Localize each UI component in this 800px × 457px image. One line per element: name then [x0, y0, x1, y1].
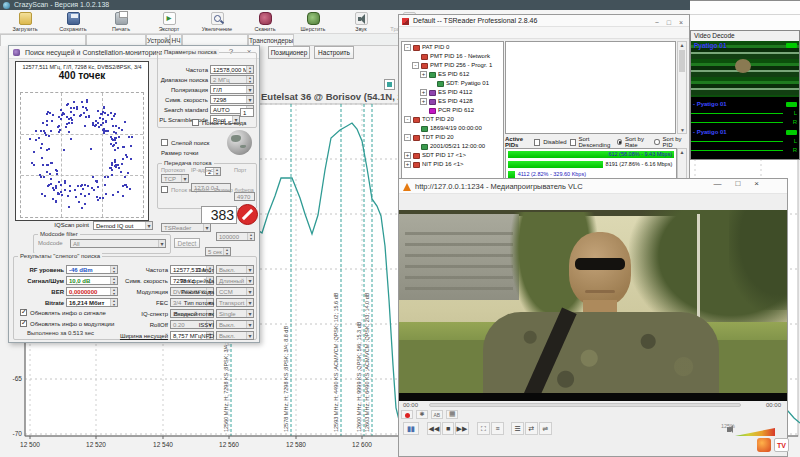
scroll-down-icon[interactable]: ▼ — [680, 127, 685, 133]
tree-expander-icon[interactable]: - — [404, 44, 411, 51]
checkbox-icon[interactable] — [161, 186, 168, 193]
pls-search-checkbox[interactable]: Поиск PLS-кода — [192, 119, 246, 126]
vlc-video-frame[interactable] — [399, 210, 787, 393]
tree-item[interactable]: - PMT PID 256 - Progr. 1 — [402, 61, 503, 70]
snapshot-button[interactable] — [416, 410, 428, 419]
checkbox-icon[interactable] — [192, 119, 199, 126]
stop-button[interactable]: ■ — [442, 422, 454, 435]
checkbox-icon[interactable] — [20, 309, 27, 316]
tree-expander-icon[interactable]: - — [404, 134, 411, 141]
result-field[interactable]: 0,0000000 — [66, 287, 118, 296]
maximize-button[interactable]: □ — [735, 179, 740, 188]
loop-button[interactable]: ⇄ — [525, 422, 538, 435]
pid-bar-row[interactable]: 8191 (27.86% - 6.16 Mbps) — [508, 161, 674, 169]
shuffle-button[interactable]: ⇌ — [539, 422, 552, 435]
protocol-select[interactable]: TCP — [161, 174, 189, 183]
seek-bar[interactable] — [429, 403, 741, 407]
stream-to-file-checkbox[interactable]: Поток в файл — [161, 186, 209, 193]
tree-expander-icon[interactable]: - — [412, 62, 419, 69]
result-select[interactable]: Выкл. — [216, 331, 254, 340]
sort-by-pid-radio[interactable] — [654, 139, 659, 145]
pid-bar-row[interactable]: 612 (58.08% - 9.43 Mbps) — [508, 151, 674, 159]
checkbox-icon[interactable] — [161, 139, 168, 146]
dropdown-arrow-icon[interactable] — [246, 299, 253, 306]
fullscreen-button[interactable]: ⛶ — [477, 422, 490, 435]
dropdown-arrow-icon[interactable] — [158, 240, 165, 247]
iqscan-select[interactable]: Demod IQ out — [93, 221, 153, 230]
spin-buttons[interactable] — [110, 277, 117, 284]
pl-code-spinner[interactable]: 1 — [240, 108, 254, 117]
tree-item[interactable]: - PAT PID 0 — [402, 43, 503, 52]
ab-loop-button[interactable] — [431, 410, 443, 419]
result-select[interactable]: Длинный — [216, 276, 254, 285]
tree-item[interactable]: PCR PID 612 — [402, 106, 503, 115]
tree-expander-icon[interactable]: + — [404, 161, 411, 168]
spin-buttons[interactable] — [110, 288, 117, 295]
update-modulation-checkbox[interactable]: Обновлять инфо о модуляции — [20, 320, 114, 327]
tree-expander-icon[interactable]: + — [404, 152, 411, 159]
result-field[interactable]: 16,214 Мбит — [66, 298, 118, 307]
tree-expander-icon[interactable] — [412, 53, 419, 60]
next-button[interactable]: ▶▶ — [455, 422, 469, 435]
tree-expander-icon[interactable] — [412, 143, 419, 150]
result-field[interactable]: -46 dBm — [66, 265, 118, 274]
tree-expander-icon[interactable]: + — [420, 98, 427, 105]
tree-item[interactable]: SDT: Pyatigo 01 — [402, 79, 503, 88]
param-field[interactable]: Г/Л — [210, 85, 254, 94]
param-field[interactable]: 12578,000 МГц — [210, 65, 254, 74]
dropdown-arrow-icon[interactable] — [203, 224, 210, 231]
desktop-icon-tv[interactable]: TV — [774, 438, 789, 452]
result-select[interactable]: Выкл. — [216, 265, 254, 274]
result-select[interactable]: CCM — [216, 287, 254, 296]
tree-expander-icon[interactable] — [420, 107, 427, 114]
result-select[interactable]: Transport — [216, 298, 254, 307]
disabled-checkbox[interactable] — [534, 139, 540, 146]
blind-search-checkbox[interactable]: Слепой поиск — [161, 139, 209, 146]
tree-item[interactable]: - TDT PID 20 — [402, 133, 503, 142]
result-select[interactable]: Single — [216, 309, 254, 318]
tree-expander-icon[interactable]: + — [420, 71, 427, 78]
equalizer-button[interactable]: ≡ — [491, 422, 504, 435]
tree-item[interactable]: + ES PID 4128 — [402, 97, 503, 106]
tree-item[interactable]: PMT PID 16 - Network — [402, 52, 503, 61]
chart-legend-checkbox[interactable] — [384, 79, 395, 90]
tree-expander-icon[interactable]: + — [420, 89, 427, 96]
tree-item[interactable]: 1869/4/19 00:00:00 — [402, 124, 503, 133]
tree-item[interactable]: + NIT PID 16 <1> — [402, 160, 503, 169]
dropdown-arrow-icon[interactable] — [181, 175, 188, 182]
param-field[interactable]: 7298 — [210, 95, 254, 104]
spin-buttons[interactable] — [246, 96, 253, 103]
tree-item[interactable]: - TOT PID 20 — [402, 115, 503, 124]
update-signal-checkbox[interactable]: Обновлять инфо о сигнале — [20, 309, 106, 316]
tree-item[interactable]: + ES PID 4112 — [402, 88, 503, 97]
spin-buttons[interactable] — [246, 66, 253, 73]
spin-buttons[interactable] — [110, 266, 117, 273]
dropdown-arrow-icon[interactable] — [246, 310, 253, 317]
frame-step-button[interactable] — [446, 410, 458, 419]
tree-expander-icon[interactable] — [412, 125, 419, 132]
pause-button[interactable]: ▮▮ — [403, 422, 419, 435]
tsreader-titlebar[interactable]: Default -- TSReader Professional 2.8.46 … — [399, 15, 689, 27]
dropdown-arrow-icon[interactable] — [145, 222, 152, 229]
previous-button[interactable]: ◀◀ — [427, 422, 441, 435]
scrollbar-thumb[interactable] — [679, 50, 685, 72]
detect-seconds-spinner[interactable]: 5 сек — [205, 247, 231, 256]
tree-item[interactable]: + SDT PID 17 <1> — [402, 151, 503, 160]
checkbox-icon[interactable] — [20, 320, 27, 327]
buffer-spinner[interactable]: 100000 — [216, 232, 255, 241]
dropdown-arrow-icon[interactable] — [246, 288, 253, 295]
tree-expander-icon[interactable]: - — [404, 116, 411, 123]
spin-buttons[interactable] — [110, 299, 117, 306]
tree-item[interactable]: 2001/05/21 12:00:00 — [402, 142, 503, 151]
spin-buttons[interactable] — [246, 86, 253, 93]
info-scrollbar[interactable]: ▲▼ — [677, 41, 687, 134]
playlist-button[interactable]: ☰ — [511, 422, 524, 435]
tree-item[interactable]: + ES PID 612 — [402, 70, 503, 79]
close-button[interactable]: × — [754, 179, 759, 188]
spin-buttons[interactable] — [247, 233, 254, 240]
dropdown-arrow-icon[interactable] — [246, 332, 253, 339]
result-field[interactable]: 10,0 dB — [66, 276, 118, 285]
spin-buttons[interactable] — [223, 248, 230, 255]
minimize-button[interactable]: — — [713, 179, 721, 188]
sort-descending-checkbox[interactable] — [570, 139, 576, 146]
